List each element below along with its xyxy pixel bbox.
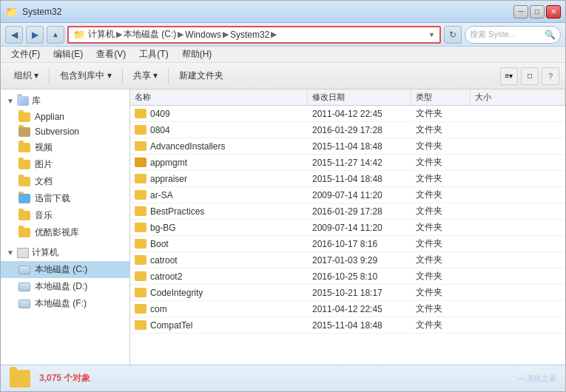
table-row[interactable]: catroot2 2016-10-25 8:10 文件夹 <box>130 268 565 285</box>
table-row[interactable]: AdvancedInstallers 2015-11-04 18:48 文件夹 <box>130 138 565 155</box>
path-windows[interactable]: Windows <box>185 30 221 40</box>
sidebar-library-label: 库 <box>32 95 41 107</box>
folder-icon <box>135 288 146 297</box>
status-folder-icon <box>10 370 30 388</box>
sidebar-label-videos: 视频 <box>35 141 53 154</box>
drive-icon-c <box>18 266 30 274</box>
sidebar-item-drive-c[interactable]: 本地磁盘 (C:) <box>1 261 129 278</box>
sidebar-item-youku[interactable]: 优酷影视库 <box>1 224 129 241</box>
menu-tools[interactable]: 工具(T) <box>133 47 174 62</box>
folder-icon <box>135 304 146 314</box>
view-details-button[interactable]: ≡▾ <box>500 67 518 85</box>
file-type-cell: 文件夹 <box>411 140 471 152</box>
window-title: System32 <box>22 7 61 17</box>
status-right: — 系统之家 <box>517 374 556 384</box>
organize-button[interactable]: 组织 ▾ <box>7 65 46 87</box>
sidebar-item-pictures[interactable]: 图片 <box>1 156 129 173</box>
folder-icon <box>135 239 146 249</box>
table-row[interactable]: com 2011-04-12 22:45 文件夹 <box>130 301 565 317</box>
search-box[interactable]: 搜索 Syste... 🔍 <box>465 26 561 44</box>
table-row[interactable]: 0409 2011-04-12 22:45 文件夹 <box>130 106 565 122</box>
file-name-cell: com <box>130 304 308 314</box>
file-name-cell: ar-SA <box>130 190 308 200</box>
col-header-date[interactable]: 修改日期 <box>308 89 411 105</box>
folder-icon <box>135 158 146 167</box>
path-system32[interactable]: System32 <box>230 30 269 40</box>
folder-icon-applian <box>18 112 30 122</box>
sidebar-label-documents: 文档 <box>35 175 53 188</box>
menu-view[interactable]: 查看(V) <box>90 47 132 62</box>
file-date-cell: 2017-01-03 9:29 <box>308 255 411 266</box>
sidebar-label-downloads: 迅雷下载 <box>35 192 70 205</box>
table-row[interactable]: CodeIntegrity 2015-10-21 18:17 文件夹 <box>130 285 565 301</box>
search-icon[interactable]: 🔍 <box>545 30 556 40</box>
status-bar: 3,075 个对象 — 系统之家 <box>1 365 565 391</box>
back-button[interactable]: ◀ <box>5 26 23 44</box>
col-header-name[interactable]: 名称 <box>130 89 308 105</box>
share-button[interactable]: 共享 ▾ <box>126 65 165 87</box>
table-row[interactable]: appraiser 2015-11-04 18:48 文件夹 <box>130 171 565 187</box>
col-header-size[interactable]: 大小 <box>471 89 565 105</box>
file-type-cell: 文件夹 <box>411 254 471 266</box>
address-path: 计算机 ▶ 本地磁盘 (C:) ▶ Windows ▶ System32 ▶ <box>88 28 277 41</box>
sidebar-item-downloads[interactable]: 迅雷下载 <box>1 190 129 207</box>
table-row[interactable]: appmgmt 2015-11-27 14:42 文件夹 <box>130 155 565 171</box>
file-name-cell: 0409 <box>130 109 308 119</box>
file-list-header: 名称 修改日期 类型 大小 <box>130 89 565 106</box>
col-header-type[interactable]: 类型 <box>411 89 471 105</box>
file-date-cell: 2016-01-29 17:28 <box>308 125 411 135</box>
include-library-button[interactable]: 包含到库中 ▾ <box>53 65 118 87</box>
path-computer[interactable]: 计算机 <box>88 28 115 41</box>
table-row[interactable]: bg-BG 2009-07-14 11:20 文件夹 <box>130 220 565 236</box>
refresh-button[interactable]: ↻ <box>444 26 462 44</box>
menu-edit[interactable]: 编辑(E) <box>47 47 89 62</box>
file-name-cell: BestPractices <box>130 206 308 217</box>
sidebar-label-drive-f: 本地磁盘 (F:) <box>35 297 87 310</box>
file-name-cell: appmgmt <box>130 158 308 168</box>
main-content: ▼ 库 Applian Subversion 视频 <box>1 89 565 365</box>
path-drive[interactable]: 本地磁盘 (C:) <box>124 28 176 41</box>
table-row[interactable]: ar-SA 2009-07-14 11:20 文件夹 <box>130 187 565 203</box>
help-button[interactable]: ? <box>542 67 559 85</box>
folder-icon <box>135 206 146 216</box>
sidebar-item-documents[interactable]: 文档 <box>1 173 129 190</box>
table-row[interactable]: CompatTel 2015-11-04 18:48 文件夹 <box>130 317 565 334</box>
sidebar-label-music: 音乐 <box>35 209 53 222</box>
sidebar-section-library-header[interactable]: ▼ 库 <box>1 92 129 109</box>
close-button[interactable]: ✕ <box>546 5 561 18</box>
table-row[interactable]: 0804 2016-01-29 17:28 文件夹 <box>130 122 565 138</box>
up-button[interactable]: ▲ <box>47 26 64 44</box>
file-type-cell: 文件夹 <box>411 221 471 234</box>
sidebar-section-computer-header[interactable]: ▼ 计算机 <box>1 244 129 261</box>
address-dropdown-button[interactable]: ▼ <box>428 31 435 38</box>
file-date-cell: 2015-11-04 18:48 <box>308 320 411 331</box>
file-type-cell: 文件夹 <box>411 205 471 217</box>
maximize-button[interactable]: □ <box>530 5 545 18</box>
forward-button[interactable]: ▶ <box>26 26 44 44</box>
sidebar-item-drive-d[interactable]: 本地磁盘 (D:) <box>1 278 129 295</box>
file-date-cell: 2015-10-21 18:17 <box>308 288 411 298</box>
library-icon <box>17 96 29 106</box>
address-input[interactable]: 📁 计算机 ▶ 本地磁盘 (C:) ▶ Windows ▶ System32 ▶… <box>67 26 441 44</box>
file-date-cell: 2009-07-14 11:20 <box>308 190 411 200</box>
table-row[interactable]: Boot 2016-10-17 8:16 文件夹 <box>130 236 565 252</box>
view-large-icon-button[interactable]: □ <box>521 67 539 85</box>
table-row[interactable]: catroot 2017-01-03 9:29 文件夹 <box>130 252 565 268</box>
toolbar: 组织 ▾ 包含到库中 ▾ 共享 ▾ 新建文件夹 ≡▾ □ ? <box>1 63 565 89</box>
new-folder-button[interactable]: 新建文件夹 <box>172 65 231 87</box>
file-date-cell: 2016-10-17 8:16 <box>308 239 411 249</box>
toolbar-separator-1 <box>49 69 50 84</box>
sidebar-item-music[interactable]: 音乐 <box>1 207 129 224</box>
file-date-cell: 2015-11-04 18:48 <box>308 141 411 152</box>
sidebar-computer-label: 计算机 <box>32 246 58 259</box>
sidebar-item-applian[interactable]: Applian <box>1 109 129 124</box>
minimize-button[interactable]: ─ <box>513 5 528 18</box>
sidebar-item-videos[interactable]: 视频 <box>1 139 129 156</box>
menu-file[interactable]: 文件(F) <box>5 47 46 62</box>
menu-help[interactable]: 帮助(H) <box>176 47 218 62</box>
sidebar-item-drive-f[interactable]: 本地磁盘 (F:) <box>1 295 129 312</box>
folder-icon-videos <box>18 143 30 152</box>
table-row[interactable]: BestPractices 2016-01-29 17:28 文件夹 <box>130 203 565 220</box>
sidebar-item-subversion[interactable]: Subversion <box>1 124 129 139</box>
file-type-cell: 文件夹 <box>411 189 471 201</box>
